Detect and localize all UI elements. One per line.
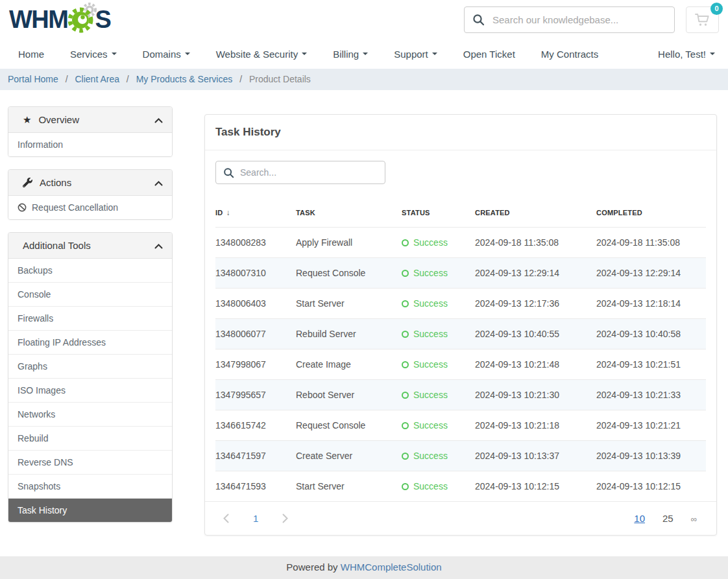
sidebar-item-label: Snapshots — [18, 481, 60, 491]
sidebar-item-task-history[interactable]: Task History — [8, 498, 172, 522]
sidebar-item-reverse-dns[interactable]: Reverse DNS — [8, 450, 172, 474]
sidebar-item-label: Backups — [18, 265, 53, 276]
whmcs-logo[interactable]: WHM S — [9, 3, 110, 36]
breadcrumb-separator: / — [127, 74, 129, 84]
sidebar-item-label: ISO Images — [18, 385, 66, 396]
nav-item-services[interactable]: Services — [57, 49, 130, 60]
task-name-cell: Create Image — [296, 349, 402, 380]
card-body: ID↓ TASK STATUS CREATED COMPLETED 134800… — [205, 150, 716, 501]
sidebar-item-information[interactable]: Information — [8, 133, 172, 156]
sidebar-item-iso-images[interactable]: ISO Images — [8, 378, 172, 402]
previous-page-icon[interactable] — [223, 514, 229, 523]
task-status-cell: Success — [402, 258, 475, 289]
task-created-cell: 2024-09-18 11:35:08 — [475, 228, 596, 258]
cart-button[interactable]: 0 — [686, 6, 719, 33]
nav-item-label: Home — [18, 49, 44, 60]
nav-item-home[interactable]: Home — [9, 49, 57, 60]
task-id-cell: 1348006077 — [215, 319, 296, 349]
next-page-icon[interactable] — [282, 514, 288, 523]
nav-item-my-contracts[interactable]: My Contracts — [528, 49, 611, 60]
sidebar-item-label: Task History — [18, 505, 67, 515]
page-size-infinity-icon[interactable]: ∞ — [691, 514, 697, 524]
whmcompletesolution-link[interactable]: WHMCompleteSolution — [341, 561, 442, 573]
task-status-cell: Success — [402, 349, 475, 380]
cart-icon — [694, 12, 711, 27]
top-header: WHM S — [0, 0, 728, 39]
nav-item-domains[interactable]: Domains — [130, 49, 203, 60]
column-header-id[interactable]: ID↓ — [215, 198, 296, 228]
ban-icon — [18, 203, 27, 212]
sidebar-item-firewalls[interactable]: Firewalls — [8, 306, 172, 330]
chevron-up-icon[interactable] — [154, 177, 163, 188]
sidebar-item-request-cancellation[interactable]: Request Cancellation — [8, 196, 172, 219]
breadcrumb-separator: / — [239, 74, 242, 84]
sidebar-item-graphs[interactable]: Graphs — [8, 354, 172, 378]
table-search-input[interactable] — [240, 167, 378, 178]
success-status-icon — [402, 239, 409, 246]
sidebar-item-floating-ip-addresses[interactable]: Floating IP Addresses — [8, 330, 172, 354]
success-status-icon — [402, 331, 409, 338]
column-label: COMPLETED — [596, 209, 642, 217]
sidebar-item-label: Networks — [18, 409, 55, 419]
nav-item-label: Open Ticket — [463, 49, 515, 60]
page-size-25[interactable]: 25 — [662, 513, 673, 524]
task-created-cell: 2024-09-13 10:21:30 — [475, 380, 596, 410]
task-completed-cell: 2024-09-18 11:35:08 — [596, 228, 706, 258]
chevron-up-icon[interactable] — [154, 114, 163, 125]
additional-tools-panel: Additional Tools BackupsConsoleFirewalls… — [8, 232, 173, 523]
nav-item-billing[interactable]: Billing — [320, 49, 381, 60]
table-row: 1348007310 Request Console Success 2024-… — [215, 258, 706, 289]
task-status-cell: Success — [402, 319, 475, 349]
sidebar-item-label: Reverse DNS — [18, 457, 73, 467]
table-row: 1348006403 Start Server Success 2024-09-… — [215, 289, 706, 319]
task-id-cell: 1347995657 — [215, 380, 296, 410]
nav-item-open-ticket[interactable]: Open Ticket — [450, 49, 528, 60]
nav-item-label: Domains — [143, 49, 181, 60]
actions-panel-header[interactable]: Actions — [8, 170, 172, 196]
task-id-cell: 1348008283 — [215, 228, 296, 258]
breadcrumb-link-my-products-services[interactable]: My Products & Services — [136, 74, 233, 84]
sidebar-item-console[interactable]: Console — [8, 282, 172, 306]
nav-item-support[interactable]: Support — [381, 49, 450, 60]
nav-item-website-security[interactable]: Website & Security — [203, 49, 320, 60]
chevron-up-icon[interactable] — [154, 240, 163, 251]
breadcrumb-link-portal-home[interactable]: Portal Home — [8, 74, 58, 84]
table-row: 1347995657 Reboot Server Success 2024-09… — [215, 380, 706, 410]
task-created-cell: 2024-09-13 10:13:37 — [475, 441, 596, 471]
task-history-card: Task History ID↓ — [204, 114, 717, 536]
task-created-cell: 2024-09-13 10:21:18 — [475, 410, 596, 441]
page-size-10[interactable]: 10 — [634, 513, 645, 524]
actions-panel-title: Actions — [40, 177, 71, 188]
page-number[interactable]: 1 — [253, 513, 258, 524]
sidebar-item-snapshots[interactable]: Snapshots — [8, 474, 172, 498]
nav-item-label: Website & Security — [216, 49, 298, 60]
task-status-cell: Success — [402, 410, 475, 441]
sidebar-item-backups[interactable]: Backups — [8, 259, 172, 282]
column-header-task[interactable]: TASK — [296, 198, 402, 228]
column-header-status[interactable]: STATUS — [402, 198, 475, 228]
nav-item-label: Billing — [333, 49, 359, 60]
task-status-cell: Success — [402, 380, 475, 410]
task-created-cell: 2024-09-13 12:29:14 — [475, 258, 596, 289]
sidebar-item-networks[interactable]: Networks — [8, 402, 172, 426]
nav-item-label: Services — [70, 49, 108, 60]
sidebar-item-label: Information — [18, 139, 63, 150]
sort-desc-icon[interactable]: ↓ — [226, 208, 230, 217]
task-completed-cell: 2024-09-13 10:21:51 — [596, 349, 706, 380]
nav-item-user-menu[interactable]: Hello, Test! — [645, 49, 719, 60]
sidebar-item-rebuild[interactable]: Rebuild — [8, 426, 172, 450]
task-created-cell: 2024-09-13 10:12:15 — [475, 471, 596, 502]
chevron-down-icon — [302, 53, 307, 55]
sidebar-item-label: Firewalls — [18, 313, 53, 324]
column-header-completed[interactable]: COMPLETED — [596, 198, 706, 228]
additional-tools-panel-header[interactable]: Additional Tools — [8, 233, 172, 259]
cart-count-badge: 0 — [710, 3, 723, 15]
task-completed-cell: 2024-09-13 10:21:33 — [596, 380, 706, 410]
breadcrumb-link-client-area[interactable]: Client Area — [75, 74, 119, 84]
task-name-cell: Create Server — [296, 441, 402, 471]
search-icon — [472, 14, 485, 26]
overview-panel-header[interactable]: ★ Overview — [8, 107, 172, 133]
column-header-created[interactable]: CREATED — [475, 198, 596, 228]
knowledgebase-search-input[interactable] — [492, 14, 666, 25]
column-label: TASK — [296, 209, 315, 217]
